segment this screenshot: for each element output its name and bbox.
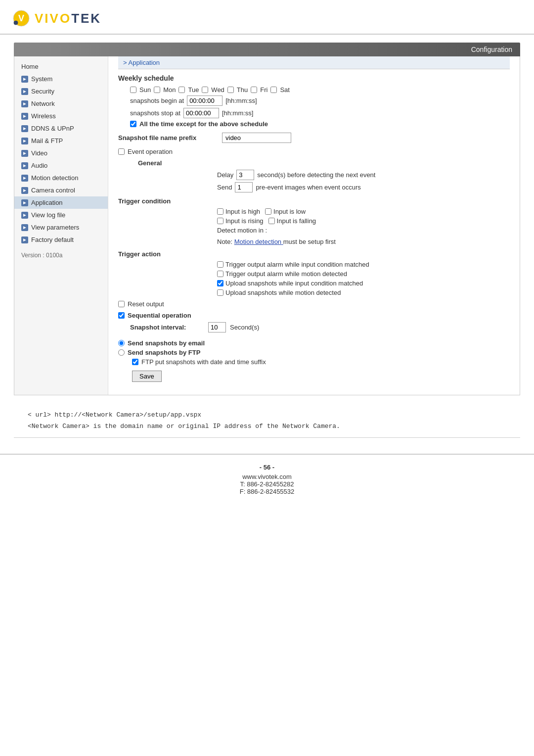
factory-arrow-icon: ►: [21, 236, 28, 243]
sidebar-item-ddns[interactable]: ► DDNS & UPnP: [14, 122, 108, 135]
sidebar-item-viewparams[interactable]: ► View parameters: [14, 221, 108, 234]
send-email-row: Send snapshots by email: [118, 339, 510, 347]
action1-label: Trigger output alarm while input conditi…: [217, 261, 369, 268]
detect-motion-row: Detect motion in :: [217, 227, 510, 234]
sequential-op-row: Sequential operation: [118, 312, 510, 319]
audio-arrow-icon: ►: [21, 162, 28, 169]
ddns-arrow-icon: ►: [21, 125, 28, 132]
input-low-checkbox[interactable]: [265, 208, 271, 215]
send-email-label: Send snapshots by email: [118, 339, 205, 347]
send-input[interactable]: [235, 182, 253, 192]
sidebar-item-label: Audio: [31, 162, 47, 169]
url-section: < url> http://<Network Camera>/setup/app…: [28, 409, 506, 432]
trigger-input-rf-row: Input is rising Input is falling: [217, 217, 510, 225]
save-button[interactable]: Save: [132, 371, 162, 382]
sequential-op-checkbox[interactable]: [118, 312, 125, 319]
page-header: V VIVOTEK: [0, 0, 534, 35]
viewparams-arrow-icon: ►: [21, 224, 28, 231]
tue-checkbox[interactable]: [178, 87, 185, 93]
sidebar-item-security[interactable]: ► Security: [14, 85, 108, 97]
logo-text: VIVOTEK: [35, 11, 101, 26]
motion-detection-link[interactable]: Motion detection: [234, 238, 283, 245]
page-number: - 56 -: [0, 464, 534, 471]
sidebar-item-video[interactable]: ► Video: [14, 147, 108, 159]
action3-row: Upload snapshots while input condition m…: [217, 280, 510, 287]
reset-output-checkbox[interactable]: [118, 301, 125, 307]
video-arrow-icon: ►: [21, 150, 28, 157]
ftp-suffix-checkbox[interactable]: [132, 359, 138, 365]
breadcrumb: > Application: [118, 56, 510, 69]
days-row: Sun Mon Tue Wed Thu Fri Sat: [130, 86, 510, 94]
fri-checkbox[interactable]: [251, 87, 257, 93]
sidebar-item-motion[interactable]: ► Motion detection: [14, 172, 108, 184]
sun-checkbox[interactable]: [130, 87, 136, 93]
sidebar-item-camera[interactable]: ► Camera control: [14, 184, 108, 196]
config-bar: Configuration: [14, 43, 520, 56]
send-ftp-label: Send snapshots by FTP: [118, 349, 200, 356]
footer-phone: T: 886-2-82455282: [0, 480, 534, 488]
thu-checkbox[interactable]: [227, 87, 234, 93]
sidebar-item-label: View log file: [31, 211, 65, 219]
action4-label: Upload snapshots while motion detected: [217, 289, 341, 296]
sidebar-item-factory[interactable]: ► Factory default: [14, 234, 108, 246]
sidebar-item-label: System: [31, 75, 52, 83]
sidebar-item-label: Network: [31, 100, 55, 107]
sidebar-item-label: Video: [31, 149, 47, 157]
sidebar-item-label: Motion detection: [31, 174, 78, 182]
event-operation-row: Event operation: [118, 148, 510, 155]
vivotek-logo-icon: V: [12, 9, 31, 28]
input-falling-label: Input is falling: [268, 217, 316, 225]
send-label: Send: [217, 184, 232, 191]
action4-checkbox[interactable]: [217, 289, 223, 296]
action1-checkbox[interactable]: [217, 261, 223, 268]
send-email-radio[interactable]: [118, 340, 125, 346]
version-text: Version : 0100a: [14, 246, 108, 265]
sidebar-item-system[interactable]: ► System: [14, 73, 108, 85]
footer-website: www.vivotek.com: [0, 473, 534, 480]
prefix-input[interactable]: [222, 133, 291, 143]
delay-input[interactable]: [236, 170, 254, 180]
mailftp-arrow-icon: ►: [21, 138, 28, 144]
event-operation-checkbox[interactable]: [118, 148, 125, 155]
sidebar-item-application[interactable]: ► Application: [14, 196, 108, 209]
input-high-checkbox[interactable]: [217, 208, 223, 215]
snapshot-interval-input[interactable]: [208, 322, 226, 332]
security-arrow-icon: ►: [21, 88, 28, 95]
sidebar-item-network[interactable]: ► Network: [14, 97, 108, 110]
footer: - 56 - www.vivotek.com T: 886-2-82455282…: [0, 454, 534, 500]
event-operation-label: Event operation: [128, 148, 173, 155]
system-arrow-icon: ►: [21, 76, 28, 83]
breadcrumb-text: > Application: [123, 59, 160, 66]
fri-label: Fri: [260, 86, 267, 94]
send-section: Send snapshots by email Send snapshots b…: [118, 339, 510, 382]
sidebar-item-viewlog[interactable]: ► View log file: [14, 209, 108, 221]
input-falling-checkbox[interactable]: [268, 218, 275, 224]
mon-checkbox[interactable]: [154, 87, 160, 93]
send-ftp-radio[interactable]: [118, 349, 125, 356]
config-title: Configuration: [471, 46, 512, 53]
prefix-row: Snapshot file name prefix: [118, 133, 510, 143]
all-time-checkbox[interactable]: [130, 121, 136, 127]
action2-checkbox[interactable]: [217, 271, 223, 277]
content-wrapper: Home ► System ► Security ► Network ► Wir…: [14, 56, 520, 395]
snapshots-stop-row: snapshots stop at [hh:mm:ss]: [130, 108, 510, 118]
wed-checkbox[interactable]: [202, 87, 208, 93]
sidebar-item-mailftp[interactable]: ► Mail & FTP: [14, 135, 108, 147]
motion-arrow-icon: ►: [21, 175, 28, 182]
action3-checkbox[interactable]: [217, 280, 223, 286]
svg-point-2: [14, 21, 18, 25]
input-rising-checkbox[interactable]: [217, 218, 223, 224]
delay-label: Delay: [217, 171, 233, 179]
sidebar-item-home[interactable]: Home: [14, 60, 108, 73]
sat-checkbox[interactable]: [270, 87, 277, 93]
snapshots-begin-input[interactable]: [187, 95, 222, 106]
send-ftp-row: Send snapshots by FTP: [118, 349, 510, 356]
sidebar-item-wireless[interactable]: ► Wireless: [14, 110, 108, 122]
send-row: Send pre-event images when event occurs: [217, 182, 510, 192]
ftp-suffix-row: FTP put snapshots with date and time suf…: [132, 358, 510, 366]
sidebar-item-label: Mail & FTP: [31, 137, 63, 144]
snapshots-stop-input[interactable]: [183, 108, 219, 118]
sidebar-item-audio[interactable]: ► Audio: [14, 159, 108, 172]
note-text: Note:: [217, 238, 232, 245]
save-row: Save: [132, 371, 510, 382]
